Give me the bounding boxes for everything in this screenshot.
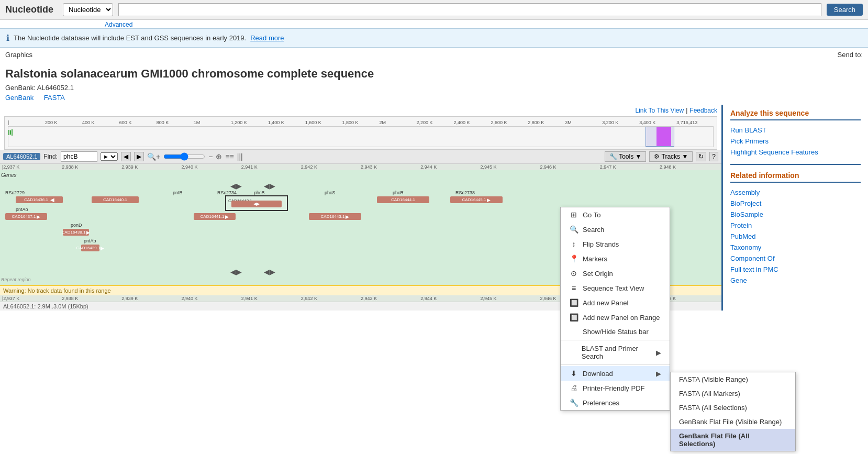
analyze-title: Analyze this sequence: [730, 109, 861, 120]
right-panel: Analyze this sequence Run BLAST Pick Pri…: [721, 105, 868, 311]
goto-icon: ⊞: [569, 211, 578, 219]
read-more-link[interactable]: Read more: [250, 34, 284, 42]
fasta-link[interactable]: FASTA: [44, 94, 65, 102]
main-layout: Link To This View | Feedback | 200 K 400…: [0, 105, 868, 311]
label-phcB: phcB: [254, 190, 265, 195]
tracks-button[interactable]: ⚙ Tracks ▼: [649, 151, 693, 162]
link-to-view[interactable]: Link To This View: [635, 107, 684, 114]
panel-divider: [730, 164, 861, 165]
label-pntAo: pntAo: [16, 207, 28, 212]
tools-dropdown: ⊞ Go To 🔍 Search ↕ Flip Strands 📍 Marker…: [560, 207, 670, 311]
menu-flip-strands[interactable]: ↕ Flip Strands: [561, 237, 670, 251]
info-bar: ℹ The Nucleotide database will include E…: [0, 28, 868, 48]
search-input[interactable]: [118, 3, 821, 16]
selection-range[interactable]: [646, 127, 674, 147]
refresh-button[interactable]: ↻: [696, 152, 706, 161]
full-text-pmc-link[interactable]: Full text in PMC: [730, 264, 861, 275]
protein-link[interactable]: Protein: [730, 220, 861, 231]
menu-add-panel[interactable]: 🔲 Add new Panel: [561, 295, 670, 310]
gene-link[interactable]: Gene: [730, 275, 861, 286]
menu-add-panel-range[interactable]: 🔲 Add new Panel on Range: [561, 310, 670, 311]
menu-set-origin[interactable]: ⊙ Set Origin: [561, 266, 670, 281]
highlight-features-link[interactable]: Highlight Sequence Features: [730, 147, 861, 158]
menu-search[interactable]: 🔍 Search: [561, 222, 670, 237]
markers-icon: 📍: [569, 254, 578, 263]
nav-arrows-top: ◀▶ ◀▶: [37, 182, 721, 189]
zoom-full-button[interactable]: ≡≡: [225, 152, 233, 161]
gene-CAD16437[interactable]: CAD16437.1 ▶: [5, 213, 47, 220]
zoom-reset-button[interactable]: ⊕: [216, 152, 222, 161]
taxonomy-link[interactable]: Taxonomy: [730, 242, 861, 253]
label-RSc2738: RSc2738: [455, 190, 475, 195]
gene-CAD16443[interactable]: CAD16443.1 ▶: [309, 213, 361, 220]
search-button[interactable]: Search: [827, 4, 863, 16]
seq-id-badge[interactable]: AL646052.1: [3, 153, 40, 160]
pubmed-link[interactable]: PubMed: [730, 231, 861, 242]
gene-CAD16441[interactable]: CAD16441.1 ▶: [194, 213, 236, 220]
menu-goto[interactable]: ⊞ Go To: [561, 207, 670, 222]
send-to[interactable]: Send to:: [838, 51, 863, 59]
feedback-link[interactable]: Feedback: [689, 107, 717, 114]
zoom-slider[interactable]: [163, 152, 205, 161]
advanced-link[interactable]: Advanced: [105, 21, 868, 28]
seq-links: GenBank FASTA: [5, 94, 863, 102]
biosample-link[interactable]: BioSample: [730, 209, 861, 220]
related-title: Related information: [730, 171, 861, 183]
nav-back-button[interactable]: ◀: [121, 152, 131, 161]
zoom-in-button[interactable]: 🔍+: [147, 152, 160, 161]
menu-markers[interactable]: 📍 Markers: [561, 251, 670, 266]
info-icon: ℹ: [6, 33, 9, 43]
help-button[interactable]: ?: [709, 152, 718, 161]
menu-set-origin-label: Set Origin: [583, 270, 613, 278]
label-pntB: pntB: [173, 190, 183, 195]
gene-CAD16445[interactable]: CAD16445.1 ▶: [450, 196, 503, 203]
gene-dots: [8, 129, 713, 137]
sequence-section: Ralstonia solanacearum GMI1000 chromosom…: [0, 62, 868, 105]
status-text: AL646052.1: 2.9M..3.0M (15Kbp): [3, 303, 88, 309]
gene-CAD16440[interactable]: CAD16440.1: [92, 196, 139, 203]
label-ponD: ponD: [71, 223, 82, 228]
tools-button[interactable]: 🔧 Tools ▼: [605, 151, 646, 162]
menu-seq-text[interactable]: ≡ Sequence Text View: [561, 281, 670, 295]
menu-markers-label: Markers: [583, 255, 607, 263]
database-select[interactable]: Nucleotide Protein Gene Genome Assembly: [63, 3, 113, 16]
zoom-out-button[interactable]: −: [208, 152, 213, 161]
repeat-region-label: Repeat region: [1, 277, 31, 282]
flip-strands-icon: ↕: [569, 240, 578, 248]
chrom-track[interactable]: [8, 126, 714, 147]
assembly-link[interactable]: Assembly: [730, 187, 861, 198]
genbank-link[interactable]: GenBank: [5, 94, 34, 102]
run-blast-link[interactable]: Run BLAST: [730, 125, 861, 136]
selected-gene-box[interactable]: CAD16442.1 ◀▶: [225, 195, 288, 211]
graphics-button[interactable]: Graphics: [5, 51, 32, 59]
search-icon: 🔍: [569, 225, 578, 234]
label-pntAb: pntAb: [84, 238, 96, 243]
seq-text-icon: ≡: [569, 284, 578, 292]
set-origin-icon: ⊙: [569, 269, 578, 278]
viewer-top-bar: Link To This View | Feedback: [0, 105, 721, 116]
warning-message: Warning: No track data found in this ran…: [3, 287, 111, 294]
pick-primers-link[interactable]: Pick Primers: [730, 136, 861, 147]
chrom-scale: | 200 K 400 K 600 K 800 K 1M 1,200 K 1,4…: [8, 119, 714, 126]
gene-CAD16444[interactable]: CAD16444.1: [377, 196, 429, 203]
gene-CAD16438[interactable]: CAD16438.1 ▶: [63, 229, 89, 236]
find-type-select[interactable]: ►: [101, 152, 118, 161]
genbank-id: GenBank: AL646052.1: [5, 84, 863, 92]
info-message: The Nucleotide database will include EST…: [14, 34, 246, 42]
nav-fwd-button[interactable]: ▶: [134, 152, 144, 161]
site-title: Nucleotide: [5, 4, 58, 15]
find-label: Find:: [43, 153, 58, 160]
find-input[interactable]: [61, 151, 97, 162]
zoom-bar-button[interactable]: |||: [237, 152, 243, 161]
component-of-link[interactable]: Component Of: [730, 253, 861, 264]
gene-CAD16436[interactable]: CAD16436.1 ◀: [16, 196, 63, 203]
bioproject-link[interactable]: BioProject: [730, 198, 861, 209]
seq-viewer-toolbar: AL646052.1 Find: ► ◀ ▶ 🔍+ − ⊕ ≡≡ ||| 🔧 T…: [0, 150, 721, 164]
genes-label: Genes: [1, 172, 16, 178]
label-RSc2734: RSc2734: [217, 190, 237, 195]
menu-add-panel-label: Add new Panel: [583, 299, 628, 307]
page-title: Ralstonia solanacearum GMI1000 chromosom…: [5, 67, 863, 81]
gene-CAD16439[interactable]: CAD16439.1 ▶: [81, 245, 99, 251]
menu-search-label: Search: [583, 226, 604, 234]
menu-flip-strands-label: Flip Strands: [583, 240, 619, 248]
